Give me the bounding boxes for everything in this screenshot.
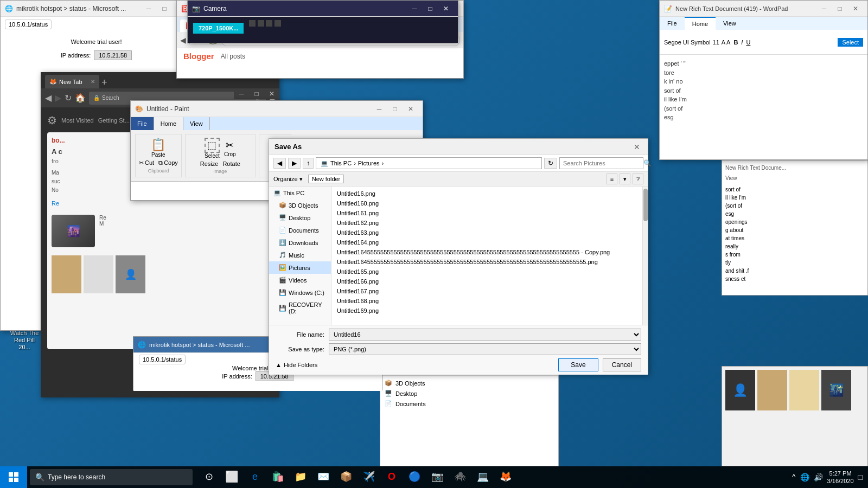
wordpad-titlebar[interactable]: 📝 New Rich Text Document (419) - WordPad… — [660, 1, 867, 17]
newtab-getting-started[interactable]: Getting St... — [98, 117, 130, 124]
rotate-button[interactable]: Rotate — [222, 160, 240, 167]
wordpad-tab-home[interactable]: Home — [685, 17, 716, 30]
taskbar-edge[interactable]: e — [244, 466, 266, 488]
filelist-scrollbar[interactable] — [642, 187, 648, 325]
blogger-back[interactable]: ◀ — [180, 36, 186, 44]
taskbar-taskview[interactable]: ⬜ — [221, 466, 243, 488]
savetype-select[interactable]: PNG (*.png) — [329, 343, 641, 355]
sidebar-desktop[interactable]: 🖥️ Desktop — [269, 211, 331, 224]
italic-btn[interactable]: I — [741, 39, 743, 46]
crop-button[interactable]: ✂ Crop — [224, 139, 236, 157]
camera-close[interactable]: ✕ — [438, 3, 454, 14]
saveas-search-input[interactable] — [560, 158, 641, 169]
taskbar-unknown2[interactable]: 🕷️ — [449, 466, 471, 488]
taskbar-camera[interactable]: 📷 — [426, 466, 448, 488]
wordpad-select-button[interactable]: Select — [838, 38, 863, 47]
copy-button[interactable]: ⧉ Copy — [158, 159, 178, 166]
bold-btn[interactable]: B — [733, 39, 738, 46]
sidebar-downloads[interactable]: ⬇️ Downloads — [269, 236, 331, 249]
scrollbar-thumb[interactable] — [643, 189, 648, 221]
cancel-button[interactable]: Cancel — [603, 358, 641, 371]
new-folder-button[interactable]: New folder — [308, 175, 344, 183]
newtab-minimize[interactable]: ─ — [234, 88, 249, 99]
wordpad-close[interactable]: ✕ — [848, 3, 863, 14]
taskbar-store[interactable]: 🛍️ — [267, 466, 289, 488]
paint-tab-file[interactable]: File — [131, 117, 154, 130]
hide-folders-button[interactable]: ▲ Hide Folders — [276, 362, 317, 368]
taskbar-mail[interactable]: ✉️ — [312, 466, 334, 488]
paint-tab-view[interactable]: View — [183, 117, 210, 130]
newtab-close[interactable]: ✕ — [264, 88, 279, 99]
camera-maximize[interactable]: □ — [423, 3, 438, 14]
blogger-all-posts[interactable]: All posts — [221, 53, 245, 60]
mikrotik-bg-minimize[interactable]: ─ — [141, 3, 156, 14]
wordpad-minimize[interactable]: ─ — [816, 3, 832, 14]
file-item-8[interactable]: Untitled165.png — [334, 267, 646, 277]
paint-close[interactable]: ✕ — [403, 104, 418, 114]
fe-3d-objects[interactable]: 📦 3D Objects — [385, 378, 554, 388]
cut-button[interactable]: ✂ Cut — [139, 159, 154, 166]
organize-button[interactable]: Organize ▾ — [273, 176, 303, 183]
help-btn[interactable]: ? — [633, 174, 643, 184]
file-item-9[interactable]: Untitled166.png — [334, 277, 646, 286]
saveas-search-box[interactable]: 🔍 — [559, 157, 643, 169]
taskbar-network-icon[interactable]: 🌐 — [800, 473, 809, 481]
sidebar-pictures[interactable]: 🖼️ Pictures — [269, 261, 331, 274]
fe-documents[interactable]: 📄 Documents — [385, 399, 554, 409]
saveas-refresh[interactable]: ↻ — [544, 158, 557, 169]
sidebar-windows-c[interactable]: 💾 Windows (C:) — [269, 286, 331, 299]
sidebar-this-pc[interactable]: 💻 This PC — [269, 187, 331, 199]
newtab-back[interactable]: ◀ — [45, 93, 52, 103]
taskbar-tripadvisor[interactable]: ✈️ — [358, 466, 380, 488]
sidebar-recovery[interactable]: 💾 RECOVERY (D: — [269, 299, 331, 317]
newtab-reload[interactable]: ↻ — [65, 93, 72, 103]
select-tool[interactable]: ⬚ Select — [205, 138, 220, 159]
taskbar-firefox[interactable]: 🦊 — [495, 466, 516, 488]
newtab-forward[interactable]: ▶ — [55, 93, 61, 103]
file-item-11[interactable]: Untitled168.png — [334, 296, 646, 306]
taskbar-volume-icon[interactable]: 🔊 — [814, 473, 823, 481]
fe-desktop[interactable]: 🖥️ Desktop — [385, 388, 554, 399]
newtab-back2[interactable]: ⚙ — [47, 114, 57, 127]
paint-titlebar[interactable]: 🎨 Untitled - Paint ─ □ ✕ — [131, 101, 423, 117]
taskbar-notification[interactable]: □ — [858, 473, 863, 481]
underline-btn[interactable]: U — [746, 39, 750, 46]
taskbar-clock[interactable]: 5:27 PM 3/16/2020 — [827, 470, 854, 485]
saveas-titlebar[interactable]: Save As ✕ — [269, 139, 648, 155]
taskbar-unknown1[interactable]: 🔵 — [404, 466, 425, 488]
newtab-add-tab[interactable]: + — [101, 77, 107, 88]
file-item-2[interactable]: Untitled161.png — [334, 208, 646, 218]
mikrotik-bg-titlebar[interactable]: 🌐 mikrotik hotspot > status - Microsoft … — [1, 1, 192, 17]
start-button[interactable] — [0, 466, 27, 488]
file-item-6[interactable]: Untitled16455555555555555555555555555555… — [334, 247, 646, 257]
camera-titlebar[interactable]: 📷 Camera ─ □ ✕ — [188, 1, 458, 17]
camera-minimize[interactable]: ─ — [407, 3, 422, 14]
taskbar-opera[interactable]: O — [381, 466, 403, 488]
view-details-btn[interactable]: ▾ — [620, 174, 630, 184]
taskbar-amazon[interactable]: 📦 — [335, 466, 357, 488]
taskbar-cortana[interactable]: ⊙ — [198, 466, 220, 488]
taskbar-explorer[interactable]: 📁 — [290, 466, 311, 488]
save-button[interactable]: Save — [558, 358, 598, 371]
file-item-3[interactable]: Untitled162.png — [334, 218, 646, 228]
saveas-filelist[interactable]: Untitled16.png Untitled160.png Untitled1… — [331, 187, 648, 325]
resize-button[interactable]: Resize — [200, 160, 219, 167]
newtab-most-visited-label[interactable]: Most Visited — [61, 117, 94, 124]
taskbar-expand-icon[interactable]: ^ — [792, 473, 796, 481]
file-item-5[interactable]: Untitled164.png — [334, 237, 646, 247]
file-item-1[interactable]: Untitled160.png — [334, 198, 646, 208]
file-item-7[interactable]: Untitled16455555555555555555555555555555… — [334, 257, 646, 267]
sidebar-videos[interactable]: 🎬 Videos — [269, 274, 331, 286]
file-item-0[interactable]: Untitled16.png — [334, 189, 646, 198]
file-item-4[interactable]: Untitled163.png — [334, 228, 646, 237]
newtab-tab-close[interactable]: ✕ — [91, 79, 95, 85]
file-item-12[interactable]: Untitled169.png — [334, 306, 646, 316]
saveas-nav-back[interactable]: ◀ — [273, 158, 286, 169]
mikrotik-bg-maximize[interactable]: □ — [157, 3, 172, 14]
newtab-tab-item[interactable]: 🦊 New Tab ✕ — [45, 75, 99, 88]
sidebar-music[interactable]: 🎵 Music — [269, 249, 331, 261]
newtab-maximize[interactable]: □ — [249, 88, 264, 99]
wordpad-tab-file[interactable]: File — [660, 17, 685, 30]
saveas-nav-forward[interactable]: ▶ — [288, 158, 301, 169]
sidebar-3d-objects[interactable]: 📦 3D Objects — [269, 199, 331, 211]
